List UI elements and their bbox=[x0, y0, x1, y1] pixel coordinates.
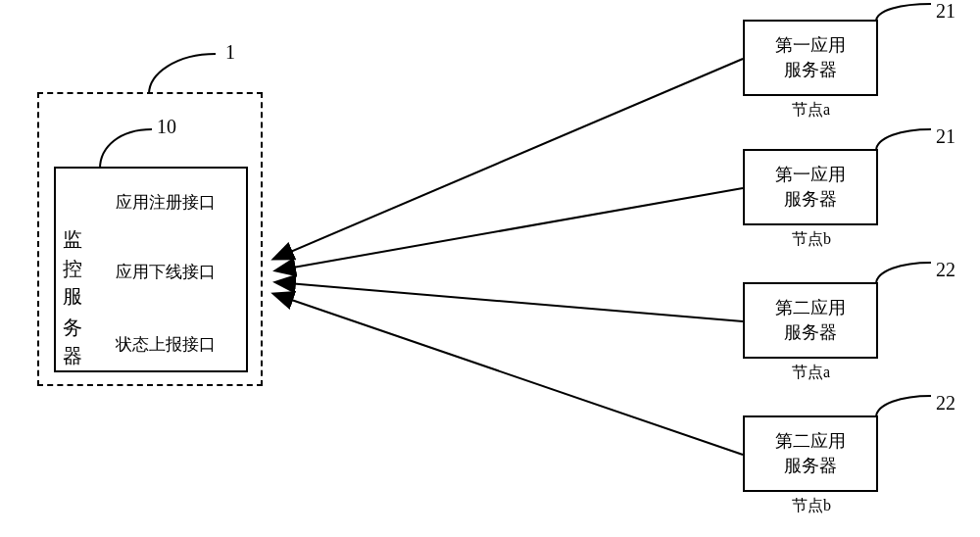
server-node-1: 节点a bbox=[792, 100, 830, 121]
server-number-4: 22 bbox=[936, 392, 956, 415]
server-box-3: 第二应用 服务器 bbox=[743, 282, 878, 359]
server-number-1: 21 bbox=[936, 0, 956, 23]
interface-report: 状态上报接口 bbox=[116, 333, 216, 356]
server-node-4: 节点b bbox=[792, 496, 831, 516]
server-box-2: 第一应用 服务器 bbox=[743, 149, 878, 225]
server-number-2: 21 bbox=[936, 125, 956, 148]
server-title-4-line1: 第二应用 bbox=[775, 429, 846, 454]
interface-offline: 应用下线接口 bbox=[116, 261, 216, 283]
server-title-3-line2: 服务器 bbox=[784, 320, 837, 345]
monitor-inner-number: 10 bbox=[157, 116, 176, 138]
server-box-4: 第二应用 服务器 bbox=[743, 415, 878, 492]
monitor-container-number: 1 bbox=[225, 41, 235, 64]
monitor-title: 监 控 服 务 器 bbox=[59, 191, 88, 358]
server-title-1-line1: 第一应用 bbox=[775, 33, 846, 58]
svg-line-2 bbox=[276, 188, 743, 270]
server-title-4-line2: 服务器 bbox=[784, 454, 837, 478]
interface-register: 应用注册接口 bbox=[116, 191, 216, 214]
server-number-3: 22 bbox=[936, 259, 956, 281]
svg-line-3 bbox=[276, 282, 743, 321]
server-box-1: 第一应用 服务器 bbox=[743, 20, 878, 96]
server-title-2-line2: 服务器 bbox=[784, 187, 837, 212]
callout-line-monitor-container bbox=[147, 49, 235, 98]
server-title-1-line2: 服务器 bbox=[784, 58, 837, 82]
server-title-3-line1: 第二应用 bbox=[775, 296, 846, 320]
server-node-2: 节点b bbox=[792, 229, 831, 250]
svg-line-4 bbox=[274, 294, 743, 455]
server-title-2-line1: 第一应用 bbox=[775, 163, 846, 187]
svg-line-1 bbox=[274, 59, 743, 259]
server-node-3: 节点a bbox=[792, 363, 830, 383]
